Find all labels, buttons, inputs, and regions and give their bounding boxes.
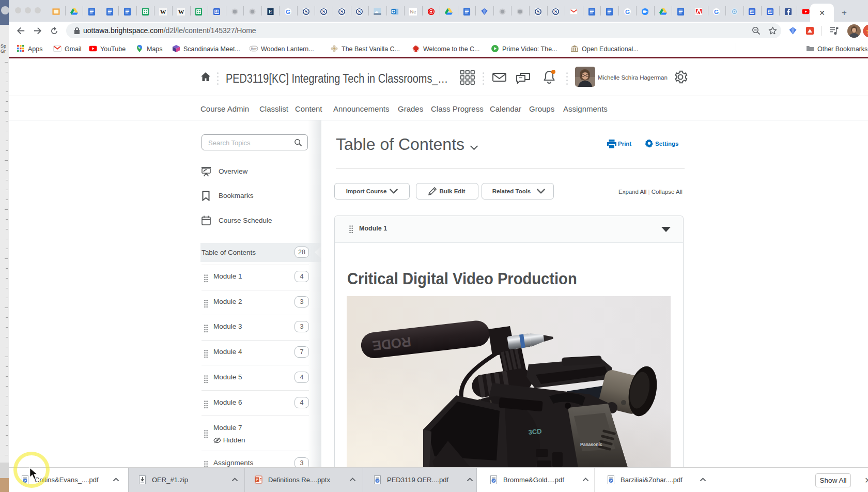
svg-text:3CD: 3CD	[528, 427, 542, 436]
svg-text:18: 18	[768, 10, 772, 13]
svg-text:G: G	[286, 8, 290, 15]
svg-text:S: S	[340, 9, 344, 14]
svg-text:18: 18	[750, 10, 754, 13]
svg-text:P: P	[256, 478, 258, 482]
svg-text:S: S	[554, 9, 557, 14]
svg-text:W: W	[178, 9, 184, 15]
svg-text:G: G	[625, 8, 630, 15]
svg-text:S: S	[537, 9, 540, 14]
svg-text:G: G	[714, 8, 719, 15]
svg-text:S: S	[358, 9, 361, 14]
svg-text:Panasonic: Panasonic	[580, 442, 602, 447]
svg-text:W: W	[160, 9, 166, 15]
svg-text:S: S	[322, 9, 326, 14]
svg-text:E: E	[269, 9, 272, 14]
svg-text:Rosy: Rosy	[251, 47, 257, 50]
svg-text:S: S	[304, 9, 307, 14]
svg-text:Ne: Ne	[410, 9, 416, 14]
svg-text:18: 18	[215, 10, 219, 13]
